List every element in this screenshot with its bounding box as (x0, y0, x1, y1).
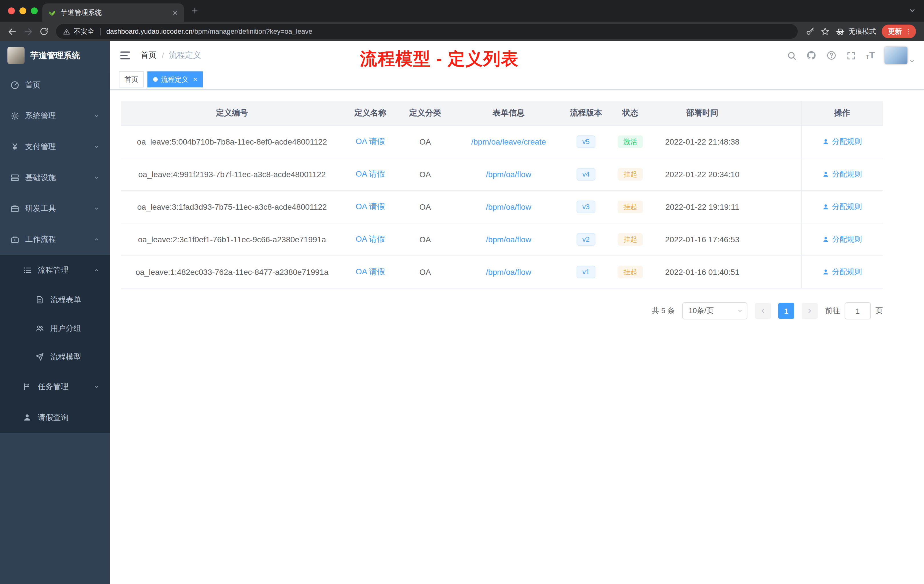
github-icon[interactable] (806, 50, 817, 61)
sidebar-item-process-management[interactable]: 流程管理 (0, 255, 110, 286)
sidebar-item-system[interactable]: 系统管理 (0, 101, 110, 132)
sidebar-item-label: 基础设施 (25, 173, 56, 183)
status-badge: 挂起 (618, 266, 643, 279)
new-tab-button[interactable] (187, 3, 202, 18)
not-secure-label: 不安全 (74, 26, 94, 36)
more-vert-icon[interactable] (904, 28, 912, 35)
cell-category: OA (398, 191, 452, 223)
goto-page-input[interactable] (845, 302, 871, 319)
browser-tab[interactable]: 芋道管理系统 (42, 3, 184, 22)
tab-search-chevron-icon[interactable] (909, 7, 916, 14)
sidebar-logo-row[interactable]: 芋道管理系统 (0, 41, 110, 70)
main-area: 流程模型 - 定义列表 首页 / 流程定义 (110, 41, 924, 584)
col-header-version: 流程版本 (564, 101, 607, 125)
cell-deploy-time: 2022-01-16 01:40:51 (653, 256, 751, 288)
user-icon (823, 236, 830, 243)
fullscreen-icon[interactable] (846, 51, 856, 60)
col-header-actions: 操作 (801, 101, 883, 125)
status-badge: 挂起 (618, 233, 643, 246)
next-page-button[interactable] (802, 303, 818, 319)
version-badge: v4 (577, 168, 595, 181)
page-number-1[interactable]: 1 (778, 303, 794, 319)
sidebar-item-payment[interactable]: 支付管理 (0, 132, 110, 162)
breadcrumb-home[interactable]: 首页 (140, 50, 157, 61)
avatar[interactable] (884, 47, 908, 64)
tab-title: 芋道管理系统 (61, 8, 167, 17)
definition-name-link[interactable]: OA 请假 (356, 234, 385, 243)
hamburger-icon[interactable] (119, 49, 132, 62)
forward-icon[interactable] (21, 24, 35, 39)
sidebar-item-task-management[interactable]: 任务管理 (0, 371, 110, 402)
assign-rule-link[interactable]: 分配规则 (823, 202, 862, 212)
cell-deploy-time: 2022-01-22 19:19:11 (653, 191, 751, 223)
sidebar-item-workflow[interactable]: 工作流程 (0, 224, 110, 255)
incognito-icon (835, 26, 845, 36)
assign-rule-link[interactable]: 分配规则 (823, 137, 862, 147)
window-minimize-button[interactable] (20, 7, 26, 14)
briefcase-icon (10, 235, 20, 244)
back-icon[interactable] (5, 24, 20, 39)
warning-icon (63, 28, 70, 35)
chevron-down-icon (94, 144, 99, 150)
page-size-select[interactable]: 10条/页 (682, 302, 747, 319)
font-size-icon[interactable]: TT (866, 51, 875, 60)
search-icon[interactable] (787, 51, 797, 60)
prev-page-button[interactable] (755, 303, 771, 319)
sidebar-item-label: 流程表单 (50, 295, 81, 305)
user-menu[interactable] (884, 47, 915, 64)
form-link[interactable]: /bpm/oa/flow (486, 267, 531, 277)
tab-close-icon[interactable] (172, 10, 178, 16)
assign-rule-link[interactable]: 分配规则 (823, 267, 862, 277)
sidebar-item-process-form[interactable]: 流程表单 (0, 286, 110, 314)
form-link[interactable]: /bpm/oa/flow (486, 202, 531, 211)
sidebar: 芋道管理系统 首页 系统管理 支付管理 基础设施 (0, 41, 110, 584)
definition-name-link[interactable]: OA 请假 (356, 267, 385, 276)
sidebar-item-label: 工作流程 (25, 234, 56, 244)
cell-category: OA (398, 125, 452, 158)
key-icon[interactable] (806, 27, 815, 36)
app-title: 芋道管理系统 (30, 50, 80, 61)
form-link[interactable]: /bpm/oa/flow (486, 170, 531, 179)
reload-icon[interactable] (36, 24, 51, 39)
sidebar-item-process-model[interactable]: 流程模型 (0, 343, 110, 371)
sidebar-item-label: 支付管理 (25, 142, 56, 152)
sidebar-item-infra[interactable]: 基础设施 (0, 162, 110, 193)
chevron-down-icon (94, 206, 99, 211)
breadcrumb-current: 流程定义 (169, 50, 201, 61)
col-header-deploy-time: 部署时间 (653, 101, 751, 125)
window-zoom-button[interactable] (31, 7, 38, 14)
help-icon[interactable] (826, 50, 837, 61)
tag-close-icon[interactable]: × (193, 76, 197, 83)
update-label: 更新 (888, 26, 902, 36)
annotation-title: 流程模型 - 定义列表 (360, 48, 518, 71)
chevron-up-icon (94, 237, 99, 242)
sidebar-item-home[interactable]: 首页 (0, 70, 110, 101)
tag-home[interactable]: 首页 (119, 71, 144, 87)
url-bar[interactable]: 不安全 dashboard.yudao.iocoder.cn/bpm/manag… (56, 24, 798, 39)
col-header-id: 定义编号 (121, 101, 343, 125)
gear-icon (10, 111, 20, 120)
sidebar-item-label: 流程管理 (38, 265, 69, 276)
definition-table: 定义编号 定义名称 定义分类 表单信息 流程版本 状态 部署时间 操作 (121, 101, 883, 289)
definition-name-link[interactable]: OA 请假 (356, 202, 385, 211)
form-link[interactable]: /bpm/oa/leave/create (471, 137, 546, 146)
col-header-category: 定义分类 (398, 101, 452, 125)
sidebar-item-user-group[interactable]: 用户分组 (0, 314, 110, 343)
cell-id: oa_leave:2:3c1f0ef1-76b1-11ec-9c66-a2380… (121, 223, 343, 256)
assign-rule-link[interactable]: 分配规则 (823, 169, 862, 180)
sidebar-item-devtools[interactable]: 研发工具 (0, 193, 110, 224)
sidebar-item-label: 流程模型 (50, 352, 81, 362)
definition-name-link[interactable]: OA 请假 (356, 169, 385, 178)
cell-category: OA (398, 256, 452, 288)
caret-down-icon (737, 308, 743, 314)
incognito-badge: 无痕模式 (835, 26, 876, 36)
assign-rule-link[interactable]: 分配规则 (823, 234, 862, 244)
form-link[interactable]: /bpm/oa/flow (486, 235, 531, 244)
tag-process-definition[interactable]: 流程定义 × (147, 71, 203, 87)
sidebar-item-leave-query[interactable]: 请假查询 (0, 402, 110, 433)
pagination-total: 共 5 条 (652, 306, 675, 316)
definition-name-link[interactable]: OA 请假 (356, 137, 385, 146)
star-icon[interactable] (820, 27, 830, 36)
browser-update-button[interactable]: 更新 (882, 25, 916, 38)
window-close-button[interactable] (8, 7, 15, 14)
